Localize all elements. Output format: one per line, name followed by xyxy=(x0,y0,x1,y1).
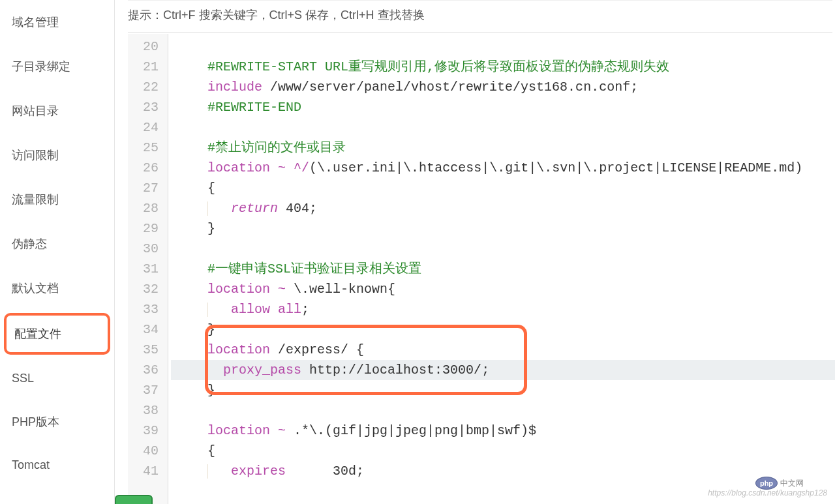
sidebar-item-4[interactable]: 流量限制 xyxy=(0,177,114,222)
sidebar: 域名管理子目录绑定网站目录访问限制流量限制伪静态默认文档配置文件SSLPHP版本… xyxy=(0,0,115,504)
line-number: 40 xyxy=(128,441,159,461)
code-line[interactable] xyxy=(171,37,835,57)
sidebar-item-6[interactable]: 默认文档 xyxy=(0,266,114,310)
app-root: 域名管理子目录绑定网站目录访问限制流量限制伪静态默认文档配置文件SSLPHP版本… xyxy=(0,0,835,504)
code-line[interactable]: location ~ \.well-known{ xyxy=(171,279,835,299)
code-line[interactable]: } xyxy=(171,319,835,340)
code-area[interactable]: #REWRITE-START URL重写规则引用,修改后将导致面板设置的伪静态规… xyxy=(168,34,835,504)
code-line[interactable]: return 404; xyxy=(171,198,835,218)
code-line[interactable]: location /express/ { xyxy=(171,340,835,360)
code-editor[interactable]: 2021222324252627282930313233343536373839… xyxy=(128,34,835,504)
sidebar-item-5[interactable]: 伪静态 xyxy=(0,222,114,266)
code-line[interactable]: } xyxy=(171,380,835,400)
sidebar-item-0[interactable]: 域名管理 xyxy=(0,0,114,44)
line-number: 32 xyxy=(128,279,159,299)
line-number: 37 xyxy=(128,380,159,400)
code-line[interactable]: include /www/server/panel/vhost/rewrite/… xyxy=(171,77,835,97)
line-number: 31 xyxy=(128,259,159,279)
line-number: 23 xyxy=(128,97,159,117)
hint-bar: 提示：Ctrl+F 搜索关键字，Ctrl+S 保存，Ctrl+H 查找替换 xyxy=(128,0,832,33)
line-number: 35 xyxy=(128,340,159,360)
line-number: 26 xyxy=(128,158,159,178)
badge-text: 中文网 xyxy=(780,478,804,489)
code-line[interactable] xyxy=(171,117,835,138)
code-line[interactable]: } xyxy=(171,218,835,239)
watermark-text: https://blog.csdn.net/kuangshp128 xyxy=(708,488,827,497)
line-number: 21 xyxy=(128,57,159,77)
line-number: 38 xyxy=(128,400,159,421)
line-number: 20 xyxy=(128,37,159,57)
save-button-fragment[interactable] xyxy=(115,495,153,504)
code-line[interactable]: #一键申请SSL证书验证目录相关设置 xyxy=(171,259,835,279)
sidebar-item-7[interactable]: 配置文件 xyxy=(4,313,110,355)
code-line[interactable]: #REWRITE-START URL重写规则引用,修改后将导致面板设置的伪静态规… xyxy=(171,57,835,77)
code-line[interactable] xyxy=(171,400,835,421)
code-line[interactable] xyxy=(171,239,835,259)
sidebar-item-3[interactable]: 访问限制 xyxy=(0,133,114,177)
php-logo-icon: php xyxy=(755,477,778,490)
code-line[interactable]: { xyxy=(171,441,835,461)
sidebar-item-9[interactable]: PHP版本 xyxy=(0,400,114,444)
line-number: 24 xyxy=(128,117,159,138)
line-number: 25 xyxy=(128,138,159,158)
sidebar-item-2[interactable]: 网站目录 xyxy=(0,89,114,133)
line-number: 27 xyxy=(128,178,159,198)
code-line[interactable]: #禁止访问的文件或目录 xyxy=(171,138,835,158)
code-line[interactable]: expires 30d; xyxy=(171,461,835,481)
line-number: 39 xyxy=(128,421,159,441)
line-number: 41 xyxy=(128,461,159,481)
code-line[interactable]: location ~ .*\.(gif|jpg|jpeg|png|bmp|swf… xyxy=(171,421,835,441)
line-number: 29 xyxy=(128,218,159,239)
line-number: 30 xyxy=(128,239,159,259)
code-line[interactable]: proxy_pass http://localhost:3000/; xyxy=(171,360,835,380)
line-number: 33 xyxy=(128,299,159,319)
code-line[interactable]: { xyxy=(171,178,835,198)
main-panel: 提示：Ctrl+F 搜索关键字，Ctrl+S 保存，Ctrl+H 查找替换 20… xyxy=(115,0,835,504)
code-line[interactable]: location ~ ^/(\.user.ini|\.htaccess|\.gi… xyxy=(171,158,835,178)
sidebar-item-10[interactable]: Tomcat xyxy=(0,444,114,486)
line-number: 34 xyxy=(128,319,159,340)
source-badge: php 中文网 xyxy=(755,477,804,490)
sidebar-item-1[interactable]: 子目录绑定 xyxy=(0,44,114,89)
code-line[interactable]: allow all; xyxy=(171,299,835,319)
line-number: 22 xyxy=(128,77,159,97)
line-number: 28 xyxy=(128,198,159,218)
sidebar-item-8[interactable]: SSL xyxy=(0,357,114,400)
line-gutter: 2021222324252627282930313233343536373839… xyxy=(128,34,168,504)
code-line[interactable]: #REWRITE-END xyxy=(171,97,835,117)
line-number: 36 xyxy=(128,360,159,380)
